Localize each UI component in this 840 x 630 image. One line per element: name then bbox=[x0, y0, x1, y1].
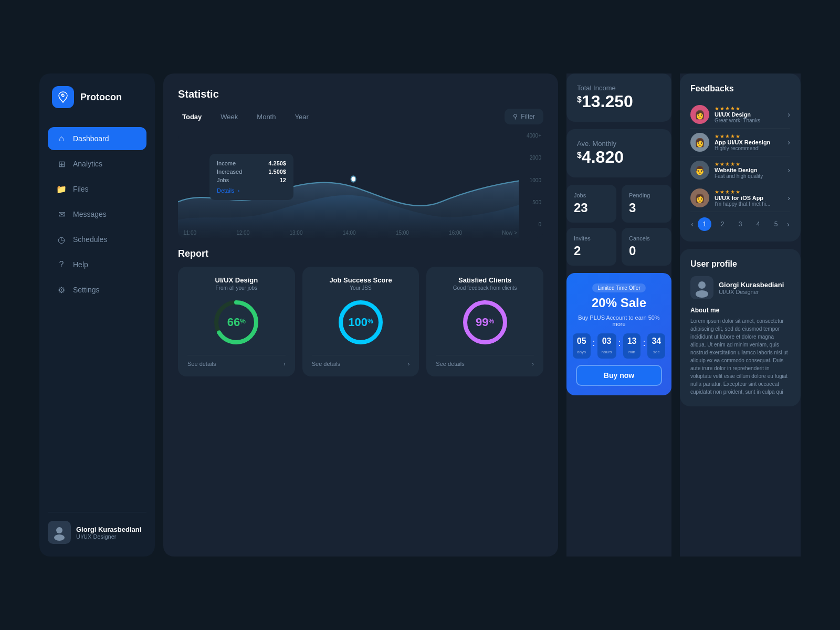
y-label: 4000+ bbox=[527, 133, 541, 139]
feedbacks-panel: Feedbacks 👩 ★★★★★ UI/UX Design Great wor… bbox=[680, 74, 801, 556]
page-btn-1[interactable]: 1 bbox=[698, 217, 711, 231]
fb-comment-2: Highly recommend! bbox=[715, 145, 782, 151]
prev-page-button[interactable]: ‹ bbox=[691, 220, 694, 228]
sidebar-user: Giorgi Kurasbediani UI/UX Designer bbox=[48, 512, 146, 544]
avg-monthly-value: 4.820 bbox=[582, 148, 624, 167]
timer-sec-label: sec bbox=[653, 350, 659, 354]
chart-x-labels: 11:00 12:00 13:00 14:00 15:00 16:00 Now … bbox=[178, 230, 522, 236]
filter-today[interactable]: Today bbox=[178, 111, 206, 123]
timer-hours-label: hours bbox=[602, 350, 612, 354]
tooltip-income-value: 4.250$ bbox=[268, 160, 286, 166]
filter-year[interactable]: Year bbox=[290, 111, 312, 123]
sidebar-item-files[interactable]: 📁 Files bbox=[48, 177, 146, 201]
statistic-title: Statistic bbox=[178, 88, 543, 100]
card-value: 100 bbox=[348, 316, 368, 329]
up-text-info: Giorgi Kurasbediani UI/UX Designer bbox=[719, 281, 784, 295]
x-label: 15:00 bbox=[396, 230, 409, 236]
sidebar-item-label: Schedules bbox=[73, 235, 107, 244]
fb-name-1: UI/UX Design bbox=[715, 111, 782, 118]
page-btn-2[interactable]: 2 bbox=[716, 217, 729, 231]
home-icon: ⌂ bbox=[56, 133, 67, 144]
x-label: 16:00 bbox=[449, 230, 462, 236]
feedbacks-title: Feedbacks bbox=[690, 84, 790, 93]
next-page-button[interactable]: › bbox=[787, 220, 790, 228]
avg-monthly-label: Ave. Monthly bbox=[577, 140, 661, 148]
see-details-label: See details bbox=[187, 361, 216, 367]
filter-week[interactable]: Week bbox=[216, 111, 242, 123]
see-details-jss[interactable]: See details › bbox=[312, 355, 410, 367]
see-details-clients[interactable]: See details › bbox=[436, 355, 534, 367]
x-label: Now > bbox=[502, 230, 517, 236]
about-title: About me bbox=[690, 307, 790, 314]
stats-panel: Total Income $ 13.250 Ave. Monthly $ 4.8… bbox=[566, 74, 671, 556]
fb-avatar-1: 👩 bbox=[690, 105, 709, 124]
card-suffix: % bbox=[368, 318, 373, 325]
feedbacks-card: Feedbacks 👩 ★★★★★ UI/UX Design Great wor… bbox=[680, 74, 801, 242]
user-avatar bbox=[48, 521, 71, 544]
pagination: ‹ 1 2 3 4 5 › bbox=[690, 217, 790, 231]
card-suffix: % bbox=[240, 318, 246, 325]
tooltip-increased-value: 1.500$ bbox=[268, 169, 286, 175]
svg-point-12 bbox=[698, 281, 706, 289]
total-income-card: Total Income $ 13.250 bbox=[566, 74, 671, 122]
feedback-item-3[interactable]: 👨 ★★★★★ Website Design Fast and high qua… bbox=[690, 156, 790, 184]
currency-symbol: $ bbox=[577, 95, 582, 104]
filter-button[interactable]: ⚲ Filter bbox=[505, 109, 543, 124]
page-btn-4[interactable]: 4 bbox=[751, 217, 765, 231]
report-card-uiux: UI/UX Design From all your jobs 66% See … bbox=[178, 267, 295, 376]
card-sub: Good feedback from clients bbox=[453, 285, 517, 291]
messages-icon: ✉ bbox=[56, 209, 67, 219]
fb-name-4: UI/UX for iOS App bbox=[715, 195, 782, 201]
cancels-label: Cancels bbox=[629, 235, 664, 242]
sidebar-item-dashboard[interactable]: ⌂ Dashboard bbox=[48, 127, 146, 150]
timer-sep: : bbox=[593, 333, 595, 359]
total-income-value: 13.250 bbox=[582, 92, 633, 111]
report-cards: UI/UX Design From all your jobs 66% See … bbox=[178, 267, 543, 376]
jobs-label: Jobs bbox=[574, 192, 609, 198]
tooltip-jobs-value: 12 bbox=[280, 177, 286, 183]
fb-arrow-3: › bbox=[788, 166, 790, 174]
fb-stars-3: ★★★★★ bbox=[715, 161, 782, 167]
fb-avatar-3: 👨 bbox=[690, 161, 709, 180]
timer-min: 13 min bbox=[623, 333, 641, 359]
statistic-section: Statistic Today Week Month Year ⚲ Filter… bbox=[178, 88, 543, 238]
sidebar-item-label: Messages bbox=[73, 210, 107, 218]
feedback-item-4[interactable]: 👩 ★★★★★ UI/UX for iOS App I'm happy that… bbox=[690, 184, 790, 212]
fb-stars-4: ★★★★★ bbox=[715, 189, 782, 195]
feedback-item-1[interactable]: 👩 ★★★★★ UI/UX Design Great work! Thanks … bbox=[690, 101, 790, 129]
tooltip-income-label: Income bbox=[217, 160, 236, 166]
timer-sec: 34 sec bbox=[647, 333, 665, 359]
user-profile-title: User profile bbox=[690, 259, 790, 269]
buy-now-button[interactable]: Buy now bbox=[576, 365, 662, 386]
timer-days-label: days bbox=[577, 350, 586, 354]
sidebar-logo: Protocon bbox=[48, 86, 146, 108]
pending-value: 3 bbox=[629, 201, 664, 215]
see-details-label: See details bbox=[436, 361, 464, 367]
sidebar-item-settings[interactable]: ⚙ Settings bbox=[48, 278, 146, 301]
sidebar-item-schedules[interactable]: ◷ Schedules bbox=[48, 228, 146, 251]
currency-symbol: $ bbox=[577, 151, 582, 160]
up-header: Giorgi Kurasbediani UI/UX Designer bbox=[690, 276, 790, 299]
page-btn-3[interactable]: 3 bbox=[733, 217, 747, 231]
user-name: Giorgi Kurasbediani bbox=[76, 526, 141, 533]
nav-items: ⌂ Dashboard ⊞ Analytics 📁 Files ✉ Messag… bbox=[48, 127, 146, 512]
y-label: 1000 bbox=[530, 177, 541, 183]
y-label: 2000 bbox=[530, 155, 541, 161]
promo-sale: 20% Sale bbox=[576, 296, 662, 310]
page-btn-5[interactable]: 5 bbox=[769, 217, 783, 231]
invites-value: 2 bbox=[574, 244, 609, 258]
logo-icon bbox=[52, 86, 74, 108]
feedback-item-2[interactable]: 👩 ★★★★★ App UI/UX Redesign Highly recomm… bbox=[690, 129, 790, 156]
sidebar-item-analytics[interactable]: ⊞ Analytics bbox=[48, 152, 146, 175]
x-label: 14:00 bbox=[343, 230, 356, 236]
time-filter-bar: Today Week Month Year ⚲ Filter bbox=[178, 109, 543, 124]
sidebar-item-label: Settings bbox=[73, 286, 100, 294]
card-title: Satisfied Clients bbox=[458, 276, 511, 284]
fb-info-2: ★★★★★ App UI/UX Redesign Highly recommen… bbox=[715, 133, 782, 151]
sidebar-item-help[interactable]: ? Help bbox=[48, 253, 146, 276]
sidebar-item-messages[interactable]: ✉ Messages bbox=[48, 203, 146, 226]
see-details-uiux[interactable]: See details › bbox=[187, 355, 286, 367]
user-profile-card: User profile Giorgi Kurasbediani UI/UX D… bbox=[680, 249, 801, 406]
filter-month[interactable]: Month bbox=[253, 111, 280, 123]
details-btn[interactable]: Details › bbox=[217, 187, 286, 194]
